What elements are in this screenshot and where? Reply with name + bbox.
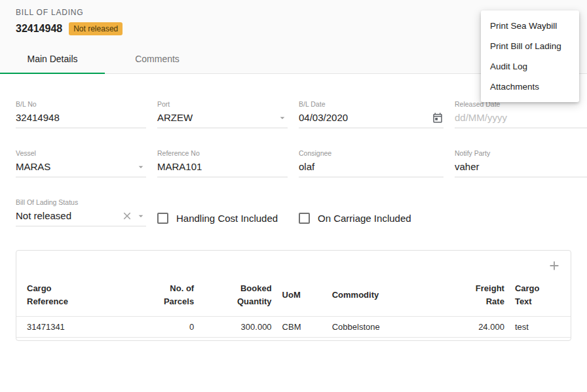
reference-no-input[interactable] — [157, 161, 288, 172]
col-header-no-of-parcels: No. ofParcels — [133, 276, 200, 317]
reference-no-field: Reference No — [157, 149, 288, 177]
menu-item-attachments[interactable]: Attachments — [481, 77, 579, 97]
port-value: ARZEW — [157, 112, 275, 123]
handling-cost-checkbox-field: Handling Cost Included — [157, 198, 288, 226]
cell-booked-quantity: 300.000 — [199, 317, 276, 338]
bill-of-lading-number: 32414948 — [16, 23, 62, 35]
cell-commodity: Cobbelstone — [327, 317, 432, 338]
consignee-label: Consignee — [299, 149, 444, 157]
port-select[interactable]: ARZEW — [157, 111, 288, 128]
notify-party-field: Notify Party — [455, 149, 587, 177]
menu-item-print-sea-waybill[interactable]: Print Sea Waybill — [481, 16, 579, 36]
menu-item-audit-log[interactable]: Audit Log — [481, 56, 579, 77]
released-date-field: Released Date — [455, 100, 587, 128]
cargo-table: CargoReference No. ofParcels BookedQuant… — [16, 276, 571, 338]
vessel-label: Vessel — [16, 149, 146, 157]
on-carriage-checkbox[interactable] — [299, 213, 310, 224]
bl-date-label: B/L Date — [299, 100, 444, 108]
bl-no-label: B/L No — [16, 100, 146, 108]
tab-comments[interactable]: Comments — [105, 43, 210, 73]
bl-date-field: B/L Date — [299, 100, 444, 128]
handling-cost-checkbox[interactable] — [157, 213, 168, 224]
actions-menu: Print Sea Waybill Print Bill of Lading A… — [481, 10, 579, 102]
cell-cargo-text: test — [510, 317, 571, 338]
bl-no-input[interactable] — [16, 112, 146, 123]
clear-icon[interactable] — [121, 210, 133, 222]
col-header-freight-rate: FreightRate — [432, 276, 509, 317]
vessel-value: MARAS — [16, 161, 133, 172]
table-row[interactable]: 31471341 0 300.000 CBM Cobbelstone 24.00… — [16, 317, 571, 338]
on-carriage-checkbox-field: On Carriage Included — [299, 198, 444, 226]
bl-status-label: Bill Of Lading Status — [16, 198, 146, 206]
col-header-cargo-reference: CargoReference — [16, 276, 133, 317]
chevron-down-icon[interactable] — [277, 113, 288, 123]
handling-cost-label: Handling Cost Included — [176, 213, 278, 224]
menu-item-print-bill-of-lading[interactable]: Print Bill of Lading — [481, 36, 579, 56]
col-header-commodity: Commodity — [327, 276, 432, 317]
col-header-booked-quantity: BookedQuantity — [199, 276, 276, 317]
cell-freight-rate: 24.000 — [432, 317, 509, 338]
consignee-input[interactable] — [299, 161, 444, 172]
notify-party-input[interactable] — [455, 161, 587, 172]
bl-no-field: B/L No — [16, 100, 146, 128]
bl-status-value: Not released — [16, 210, 119, 221]
add-cargo-button[interactable] — [547, 258, 561, 273]
vessel-select[interactable]: MARAS — [16, 160, 146, 177]
bl-date-input[interactable] — [299, 112, 429, 123]
notify-party-label: Notify Party — [455, 149, 587, 157]
calendar-icon[interactable] — [432, 112, 444, 124]
port-field: Port ARZEW — [157, 100, 288, 128]
col-header-uom: UoM — [277, 276, 327, 317]
bl-status-field: Bill Of Lading Status Not released — [16, 198, 146, 226]
bl-status-select[interactable]: Not released — [16, 209, 146, 226]
port-label: Port — [157, 100, 288, 108]
cell-no-of-parcels: 0 — [133, 317, 200, 338]
cell-uom: CBM — [277, 317, 327, 338]
reference-no-label: Reference No — [157, 149, 288, 157]
on-carriage-label: On Carriage Included — [318, 213, 411, 224]
status-badge: Not released — [69, 22, 123, 35]
chevron-down-icon[interactable] — [136, 211, 146, 221]
vessel-field: Vessel MARAS — [16, 149, 146, 177]
consignee-field: Consignee — [299, 149, 444, 177]
tab-main-details[interactable]: Main Details — [0, 43, 105, 73]
col-header-cargo-text: CargoText — [510, 276, 571, 317]
cell-cargo-reference: 31471341 — [16, 317, 133, 338]
cargo-table-header-row: CargoReference No. ofParcels BookedQuant… — [16, 276, 571, 317]
cargo-table-card: CargoReference No. ofParcels BookedQuant… — [16, 250, 571, 341]
released-date-input[interactable] — [455, 112, 585, 123]
chevron-down-icon[interactable] — [136, 162, 146, 172]
